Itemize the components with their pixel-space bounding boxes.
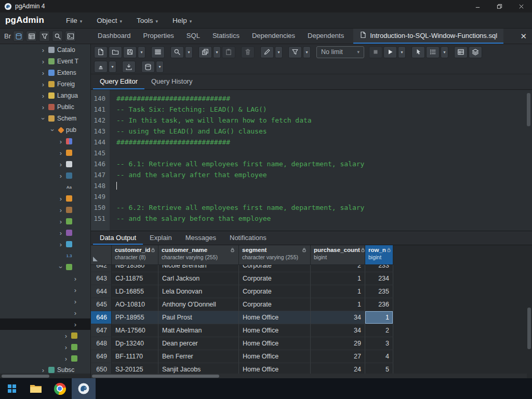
chevron-icon[interactable] — [58, 218, 63, 225]
menu-item[interactable]: Object — [89, 17, 129, 24]
commit-menu-caret[interactable] — [109, 61, 116, 73]
main-tab[interactable]: Properties — [137, 29, 180, 44]
editor-line[interactable]: 140 ############################ — [91, 93, 532, 104]
output-tab[interactable]: Messages — [179, 231, 223, 245]
editor-line[interactable]: 151 -- and the salary before that employ… — [91, 213, 532, 224]
chevron-icon[interactable] — [73, 298, 78, 305]
tree-item[interactable]: Schem — [0, 113, 90, 124]
grid-horizontal-scrollbar[interactable] — [91, 374, 527, 378]
edit-button[interactable] — [260, 46, 274, 58]
tree-item[interactable] — [0, 307, 90, 318]
terminal-button[interactable] — [65, 31, 76, 42]
tree-item[interactable] — [0, 296, 90, 307]
customer-id-cell[interactable]: PP-18955 — [112, 311, 158, 324]
storage-manager-button[interactable] — [141, 61, 155, 73]
chevron-icon[interactable] — [58, 229, 63, 237]
segment-cell[interactable]: Home Office — [239, 350, 311, 363]
find-menu-caret[interactable] — [185, 46, 193, 58]
segment-cell[interactable]: Corporate — [239, 298, 311, 311]
tree-item[interactable] — [0, 193, 90, 204]
customer-id-cell[interactable]: MA-17560 — [112, 324, 158, 337]
customer-name-cell[interactable]: Nicole Brennan — [158, 265, 239, 272]
tree-item[interactable] — [0, 318, 90, 330]
customer-name-cell[interactable]: Lela Donovan — [158, 285, 239, 298]
tree-item[interactable]: Event T — [0, 56, 90, 67]
customer-id-cell[interactable]: Dp-13240 — [112, 337, 158, 350]
tree-item[interactable] — [0, 204, 90, 216]
segment-cell[interactable]: Home Office — [239, 324, 311, 337]
segment-cell[interactable]: Corporate — [239, 265, 311, 272]
column-header[interactable]: segment character varying (255) — [239, 245, 311, 265]
editor-line[interactable]: 150 -- 6.2: Retrieve all employees first… — [91, 202, 532, 213]
tab-sql-file[interactable]: Introduction-to-SQL-Window-Functions.sql — [353, 29, 503, 44]
tree-item[interactable] — [0, 238, 90, 250]
row-n-cell[interactable]: 234 — [365, 272, 393, 285]
save-file-button[interactable] — [123, 46, 137, 58]
execute-menu-caret[interactable] — [398, 46, 406, 58]
row-number-cell[interactable]: 643 — [91, 272, 112, 285]
editor-line[interactable]: 146 -- 6.1: Retrieve all employees first… — [91, 158, 532, 169]
find-button[interactable] — [170, 46, 184, 58]
filter-menu-caret[interactable] — [303, 46, 311, 58]
chevron-icon[interactable] — [58, 241, 63, 248]
chevron-icon[interactable] — [41, 115, 46, 123]
column-header[interactable]: row_n bigint — [365, 245, 393, 265]
tree-item[interactable]: Catalo — [0, 44, 90, 56]
customer-name-cell[interactable]: Matt Abelman — [158, 324, 239, 337]
purchase-count-cell[interactable]: 34 — [311, 311, 365, 324]
chevron-icon[interactable] — [58, 138, 63, 145]
tree-item[interactable]: Extens — [0, 67, 90, 78]
chevron-icon[interactable] — [63, 355, 69, 363]
pointer-mode-button[interactable] — [411, 46, 425, 58]
chevron-icon[interactable] — [41, 81, 46, 88]
chevron-icon[interactable] — [73, 275, 78, 283]
table-row[interactable]: 646 PP-18955 Paul Prost Home Office 34 1 — [91, 311, 532, 324]
chevron-icon[interactable] — [58, 149, 63, 157]
segment-cell[interactable]: Corporate — [239, 272, 311, 285]
output-tab[interactable]: Data Output — [93, 231, 143, 245]
editor-line[interactable]: 145 — [91, 148, 532, 158]
purchase-count-cell[interactable]: 34 — [311, 324, 365, 337]
segment-cell[interactable]: Home Office — [239, 311, 311, 324]
tree-item[interactable] — [0, 330, 90, 341]
editor-line[interactable]: 144 ############################ — [91, 137, 532, 148]
menu-item[interactable]: Help — [165, 17, 199, 24]
row-limit-select[interactable]: No limit — [316, 46, 364, 58]
chevron-icon[interactable] — [73, 321, 78, 328]
start-button[interactable] — [0, 378, 24, 399]
paste-button[interactable] — [222, 46, 235, 58]
filter-button[interactable] — [39, 31, 50, 42]
row-n-cell[interactable]: 1 — [365, 311, 393, 324]
editor-tab[interactable]: Query History — [144, 74, 199, 89]
chevron-icon[interactable] — [41, 58, 46, 65]
row-number-cell[interactable]: 649 — [91, 350, 112, 363]
editor-line[interactable]: 148 — [91, 180, 532, 191]
tree-item[interactable] — [0, 216, 90, 227]
table-row[interactable]: 642 NB-18580 Nicole Brennan Corporate 2 … — [91, 265, 532, 272]
chevron-icon[interactable] — [41, 103, 46, 111]
tree-item[interactable] — [0, 284, 90, 296]
table-row[interactable]: 647 MA-17560 Matt Abelman Home Office 34… — [91, 324, 532, 337]
tree-item[interactable] — [0, 261, 90, 273]
pgadmin-taskbar-button[interactable] — [72, 378, 96, 399]
table-row[interactable]: 649 BF-11170 Ben Ferrer Home Office 27 4 — [91, 350, 532, 363]
editor-line[interactable]: 143 -- using the LEAD() and LAG() clause… — [91, 126, 532, 137]
chrome-button[interactable] — [48, 378, 72, 399]
purchase-count-cell[interactable]: 29 — [311, 337, 365, 350]
open-file-button[interactable] — [109, 46, 122, 58]
tree-item[interactable] — [0, 147, 90, 158]
tree-item[interactable]: Langua — [0, 90, 90, 101]
chevron-icon[interactable] — [41, 92, 46, 100]
chevron-icon[interactable] — [58, 206, 63, 214]
list-options-caret[interactable] — [441, 46, 448, 58]
chevron-icon[interactable] — [50, 126, 55, 134]
tree-item[interactable] — [0, 227, 90, 238]
chevron-icon[interactable] — [41, 46, 46, 54]
edit-menu-caret[interactable] — [275, 46, 283, 58]
menu-item[interactable]: Tools — [129, 17, 165, 24]
chevron-icon[interactable] — [41, 366, 46, 374]
storage-menu-caret[interactable] — [156, 61, 164, 73]
row-number-cell[interactable]: 645 — [91, 298, 112, 311]
row-n-cell[interactable]: 4 — [365, 350, 393, 363]
purchase-count-cell[interactable]: 1 — [311, 298, 365, 311]
